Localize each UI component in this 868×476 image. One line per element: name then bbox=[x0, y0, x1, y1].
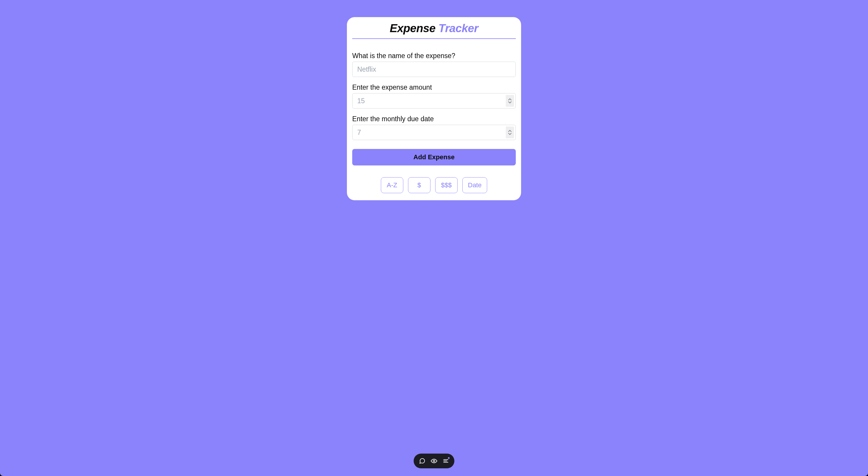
due-label: Enter the monthly due date bbox=[352, 115, 516, 123]
notification-dot bbox=[448, 457, 450, 459]
name-label: What is the name of the expense? bbox=[352, 52, 516, 60]
svg-point-0 bbox=[433, 460, 435, 462]
due-input-wrapper bbox=[352, 125, 516, 140]
menu-icon[interactable] bbox=[442, 458, 449, 464]
sort-az-button[interactable]: A-Z bbox=[381, 177, 403, 193]
due-input[interactable] bbox=[352, 125, 516, 140]
add-expense-button[interactable]: Add Expense bbox=[352, 149, 516, 165]
title-underline bbox=[352, 38, 516, 39]
due-stepper[interactable] bbox=[506, 127, 514, 138]
amount-label: Enter the expense amount bbox=[352, 83, 516, 92]
comment-icon[interactable] bbox=[419, 458, 426, 464]
eye-icon[interactable] bbox=[431, 458, 437, 464]
name-field-group: What is the name of the expense? bbox=[352, 52, 516, 77]
dev-toolbar bbox=[414, 453, 454, 468]
sort-date-button[interactable]: Date bbox=[462, 177, 487, 193]
chevron-down-icon bbox=[508, 101, 512, 104]
amount-input-wrapper bbox=[352, 93, 516, 108]
amount-stepper[interactable] bbox=[506, 95, 514, 107]
name-input[interactable] bbox=[352, 62, 516, 77]
due-field-group: Enter the monthly due date bbox=[352, 115, 516, 140]
chevron-up-icon bbox=[508, 98, 512, 101]
sort-high-button[interactable]: $$$ bbox=[435, 177, 458, 193]
sort-row: A-Z $ $$$ Date bbox=[352, 177, 516, 193]
sort-low-button[interactable]: $ bbox=[408, 177, 430, 193]
app-title: Expense Tracker bbox=[352, 22, 516, 37]
expense-card: Expense Tracker What is the name of the … bbox=[347, 17, 521, 200]
chevron-up-icon bbox=[508, 130, 512, 132]
title-word-2: Tracker bbox=[438, 22, 478, 35]
app-viewport: Expense Tracker What is the name of the … bbox=[0, 0, 868, 476]
title-word-1: Expense bbox=[390, 22, 435, 35]
amount-input[interactable] bbox=[352, 93, 516, 108]
amount-field-group: Enter the expense amount bbox=[352, 83, 516, 108]
chevron-down-icon bbox=[508, 132, 512, 135]
